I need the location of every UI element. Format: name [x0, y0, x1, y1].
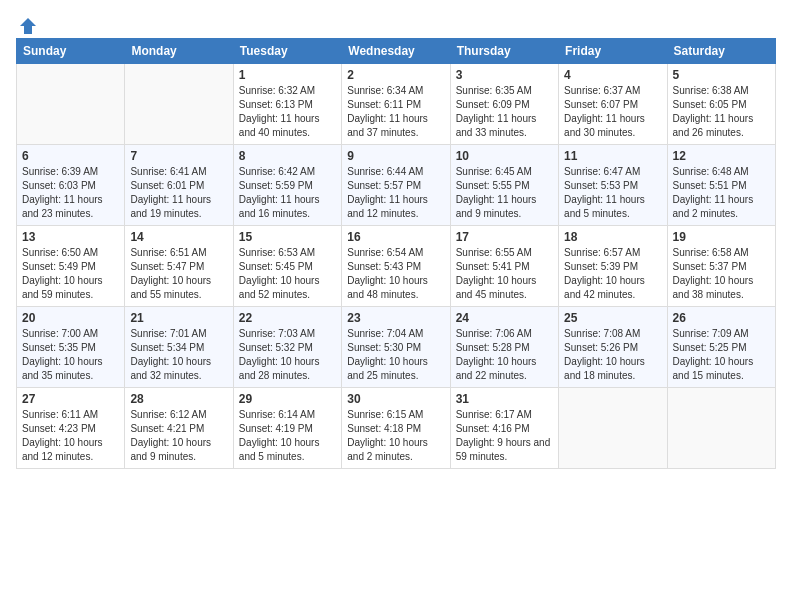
day-number: 26	[673, 311, 770, 325]
day-info: Sunrise: 6:55 AMSunset: 5:41 PMDaylight:…	[456, 246, 553, 302]
day-info: Sunrise: 6:42 AMSunset: 5:59 PMDaylight:…	[239, 165, 336, 221]
calendar-cell: 8 Sunrise: 6:42 AMSunset: 5:59 PMDayligh…	[233, 145, 341, 226]
weekday-header: Thursday	[450, 39, 558, 64]
calendar-cell: 20 Sunrise: 7:00 AMSunset: 5:35 PMDaylig…	[17, 307, 125, 388]
day-info: Sunrise: 6:47 AMSunset: 5:53 PMDaylight:…	[564, 165, 661, 221]
day-info: Sunrise: 7:08 AMSunset: 5:26 PMDaylight:…	[564, 327, 661, 383]
day-info: Sunrise: 6:39 AMSunset: 6:03 PMDaylight:…	[22, 165, 119, 221]
day-info: Sunrise: 7:06 AMSunset: 5:28 PMDaylight:…	[456, 327, 553, 383]
calendar-week: 1 Sunrise: 6:32 AMSunset: 6:13 PMDayligh…	[17, 64, 776, 145]
calendar-cell: 2 Sunrise: 6:34 AMSunset: 6:11 PMDayligh…	[342, 64, 450, 145]
day-info: Sunrise: 6:11 AMSunset: 4:23 PMDaylight:…	[22, 408, 119, 464]
calendar-cell: 26 Sunrise: 7:09 AMSunset: 5:25 PMDaylig…	[667, 307, 775, 388]
day-info: Sunrise: 7:09 AMSunset: 5:25 PMDaylight:…	[673, 327, 770, 383]
day-number: 31	[456, 392, 553, 406]
calendar-cell: 9 Sunrise: 6:44 AMSunset: 5:57 PMDayligh…	[342, 145, 450, 226]
day-number: 13	[22, 230, 119, 244]
calendar-week: 20 Sunrise: 7:00 AMSunset: 5:35 PMDaylig…	[17, 307, 776, 388]
day-info: Sunrise: 6:51 AMSunset: 5:47 PMDaylight:…	[130, 246, 227, 302]
day-info: Sunrise: 6:14 AMSunset: 4:19 PMDaylight:…	[239, 408, 336, 464]
day-number: 16	[347, 230, 444, 244]
day-info: Sunrise: 6:17 AMSunset: 4:16 PMDaylight:…	[456, 408, 553, 464]
calendar-cell	[17, 64, 125, 145]
svg-marker-0	[20, 18, 36, 34]
weekday-header: Saturday	[667, 39, 775, 64]
day-number: 8	[239, 149, 336, 163]
day-number: 27	[22, 392, 119, 406]
day-info: Sunrise: 6:37 AMSunset: 6:07 PMDaylight:…	[564, 84, 661, 140]
day-info: Sunrise: 6:53 AMSunset: 5:45 PMDaylight:…	[239, 246, 336, 302]
calendar-cell: 15 Sunrise: 6:53 AMSunset: 5:45 PMDaylig…	[233, 226, 341, 307]
weekday-header: Friday	[559, 39, 667, 64]
calendar-week: 6 Sunrise: 6:39 AMSunset: 6:03 PMDayligh…	[17, 145, 776, 226]
day-info: Sunrise: 6:50 AMSunset: 5:49 PMDaylight:…	[22, 246, 119, 302]
day-number: 7	[130, 149, 227, 163]
calendar-cell: 19 Sunrise: 6:58 AMSunset: 5:37 PMDaylig…	[667, 226, 775, 307]
calendar-cell: 24 Sunrise: 7:06 AMSunset: 5:28 PMDaylig…	[450, 307, 558, 388]
day-info: Sunrise: 6:44 AMSunset: 5:57 PMDaylight:…	[347, 165, 444, 221]
calendar-week: 27 Sunrise: 6:11 AMSunset: 4:23 PMDaylig…	[17, 388, 776, 469]
calendar-cell: 21 Sunrise: 7:01 AMSunset: 5:34 PMDaylig…	[125, 307, 233, 388]
day-number: 17	[456, 230, 553, 244]
day-number: 18	[564, 230, 661, 244]
day-number: 25	[564, 311, 661, 325]
day-number: 10	[456, 149, 553, 163]
calendar-cell: 6 Sunrise: 6:39 AMSunset: 6:03 PMDayligh…	[17, 145, 125, 226]
day-info: Sunrise: 7:03 AMSunset: 5:32 PMDaylight:…	[239, 327, 336, 383]
day-info: Sunrise: 6:15 AMSunset: 4:18 PMDaylight:…	[347, 408, 444, 464]
day-number: 4	[564, 68, 661, 82]
day-number: 22	[239, 311, 336, 325]
weekday-header: Wednesday	[342, 39, 450, 64]
day-info: Sunrise: 7:01 AMSunset: 5:34 PMDaylight:…	[130, 327, 227, 383]
calendar-cell: 30 Sunrise: 6:15 AMSunset: 4:18 PMDaylig…	[342, 388, 450, 469]
calendar-cell	[125, 64, 233, 145]
calendar-cell: 28 Sunrise: 6:12 AMSunset: 4:21 PMDaylig…	[125, 388, 233, 469]
day-number: 19	[673, 230, 770, 244]
day-number: 28	[130, 392, 227, 406]
day-number: 21	[130, 311, 227, 325]
day-info: Sunrise: 7:00 AMSunset: 5:35 PMDaylight:…	[22, 327, 119, 383]
day-number: 23	[347, 311, 444, 325]
calendar-cell: 23 Sunrise: 7:04 AMSunset: 5:30 PMDaylig…	[342, 307, 450, 388]
calendar-cell: 12 Sunrise: 6:48 AMSunset: 5:51 PMDaylig…	[667, 145, 775, 226]
calendar-cell: 5 Sunrise: 6:38 AMSunset: 6:05 PMDayligh…	[667, 64, 775, 145]
day-number: 12	[673, 149, 770, 163]
day-number: 9	[347, 149, 444, 163]
logo-icon	[18, 16, 38, 36]
calendar-cell	[559, 388, 667, 469]
day-info: Sunrise: 6:38 AMSunset: 6:05 PMDaylight:…	[673, 84, 770, 140]
day-number: 11	[564, 149, 661, 163]
calendar-cell: 31 Sunrise: 6:17 AMSunset: 4:16 PMDaylig…	[450, 388, 558, 469]
weekday-header: Monday	[125, 39, 233, 64]
day-info: Sunrise: 6:45 AMSunset: 5:55 PMDaylight:…	[456, 165, 553, 221]
day-info: Sunrise: 6:54 AMSunset: 5:43 PMDaylight:…	[347, 246, 444, 302]
day-number: 5	[673, 68, 770, 82]
day-number: 15	[239, 230, 336, 244]
calendar-cell: 4 Sunrise: 6:37 AMSunset: 6:07 PMDayligh…	[559, 64, 667, 145]
calendar-cell: 29 Sunrise: 6:14 AMSunset: 4:19 PMDaylig…	[233, 388, 341, 469]
day-number: 2	[347, 68, 444, 82]
day-number: 6	[22, 149, 119, 163]
day-number: 29	[239, 392, 336, 406]
logo	[16, 16, 38, 32]
day-number: 3	[456, 68, 553, 82]
calendar-cell: 27 Sunrise: 6:11 AMSunset: 4:23 PMDaylig…	[17, 388, 125, 469]
calendar-cell: 7 Sunrise: 6:41 AMSunset: 6:01 PMDayligh…	[125, 145, 233, 226]
calendar-cell: 11 Sunrise: 6:47 AMSunset: 5:53 PMDaylig…	[559, 145, 667, 226]
day-info: Sunrise: 6:58 AMSunset: 5:37 PMDaylight:…	[673, 246, 770, 302]
day-number: 24	[456, 311, 553, 325]
weekday-header: Sunday	[17, 39, 125, 64]
calendar-cell: 22 Sunrise: 7:03 AMSunset: 5:32 PMDaylig…	[233, 307, 341, 388]
calendar-table: SundayMondayTuesdayWednesdayThursdayFrid…	[16, 38, 776, 469]
day-number: 20	[22, 311, 119, 325]
calendar-cell	[667, 388, 775, 469]
calendar-cell: 14 Sunrise: 6:51 AMSunset: 5:47 PMDaylig…	[125, 226, 233, 307]
day-number: 14	[130, 230, 227, 244]
calendar-cell: 13 Sunrise: 6:50 AMSunset: 5:49 PMDaylig…	[17, 226, 125, 307]
day-info: Sunrise: 6:57 AMSunset: 5:39 PMDaylight:…	[564, 246, 661, 302]
calendar-cell: 25 Sunrise: 7:08 AMSunset: 5:26 PMDaylig…	[559, 307, 667, 388]
calendar-cell: 1 Sunrise: 6:32 AMSunset: 6:13 PMDayligh…	[233, 64, 341, 145]
day-number: 1	[239, 68, 336, 82]
day-info: Sunrise: 6:34 AMSunset: 6:11 PMDaylight:…	[347, 84, 444, 140]
day-info: Sunrise: 7:04 AMSunset: 5:30 PMDaylight:…	[347, 327, 444, 383]
